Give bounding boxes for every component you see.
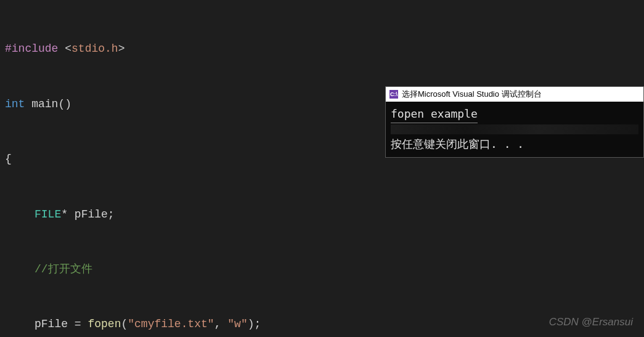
debug-console-window[interactable]: C:\ 选择Microsoft Visual Studio 调试控制台 fope… xyxy=(385,86,644,158)
string-literal: "w" xyxy=(227,318,247,330)
string-literal: "cmyfile.txt" xyxy=(128,318,214,330)
console-icon: C:\ xyxy=(389,90,398,99)
console-output: fopen example 按任意键关闭此窗口. . . xyxy=(386,102,643,157)
code-line: FILE* pFile; xyxy=(5,206,644,224)
code-line: #include <stdio.h> xyxy=(5,40,644,59)
watermark: CSDN @Ersansui xyxy=(549,314,633,331)
function-call: fopen xyxy=(88,318,121,330)
console-output-line: fopen example xyxy=(391,105,478,123)
comment: //打开文件 xyxy=(35,263,92,275)
code-line: pFile = fopen("cmyfile.txt", "w"); xyxy=(5,315,644,334)
type-keyword: int xyxy=(5,98,25,110)
redacted-line xyxy=(391,124,638,134)
console-title: 选择Microsoft Visual Studio 调试控制台 xyxy=(402,87,542,100)
console-titlebar[interactable]: C:\ 选择Microsoft Visual Studio 调试控制台 xyxy=(386,87,643,102)
console-output-line: 按任意键关闭此窗口. . . xyxy=(391,136,638,152)
code-line: //打开文件 xyxy=(5,261,644,279)
function-name: main xyxy=(25,98,58,110)
include-path: stdio.h xyxy=(71,43,118,55)
preprocessor-directive: #include xyxy=(5,43,58,55)
type-name: FILE xyxy=(35,208,61,221)
code-editor[interactable]: #include <stdio.h> int main() { FILE* pF… xyxy=(0,0,644,337)
variable: pFile xyxy=(75,208,108,221)
